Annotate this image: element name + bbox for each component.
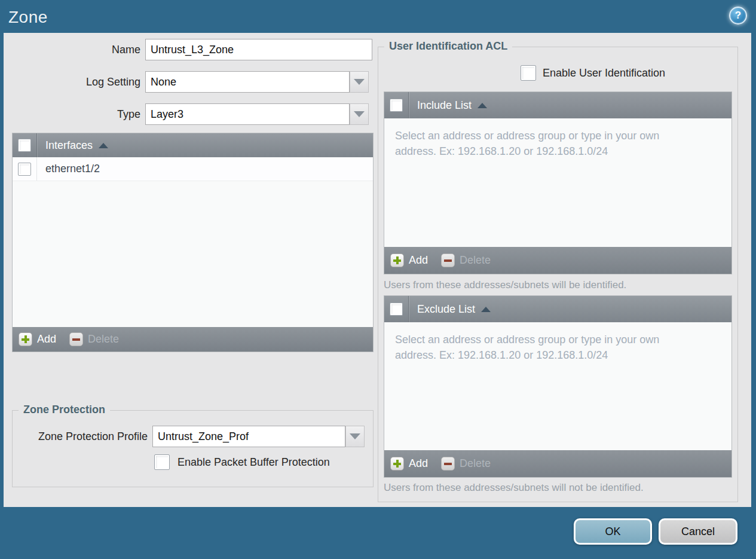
enable-user-identification-row: Enable User Identification: [521, 65, 665, 81]
minus-icon: [441, 253, 455, 267]
interfaces-toolbar: Add Delete: [13, 327, 373, 352]
exclude-list-placeholder: Select an address or address group or ty…: [384, 322, 725, 363]
include-list-table: Include List Select an address or addres…: [384, 91, 732, 274]
delete-button-label: Delete: [460, 457, 491, 470]
zone-protection-section: Zone Protection: [12, 410, 374, 487]
zone-protection-profile-label: Zone Protection Profile: [18, 426, 148, 447]
add-button-label: Add: [409, 457, 428, 470]
chevron-down-icon: [354, 111, 365, 117]
exclude-list-body[interactable]: Select an address or address group or ty…: [384, 322, 731, 450]
include-delete-button[interactable]: Delete: [441, 253, 491, 267]
packet-buffer-label: Enable Packet Buffer Protection: [177, 456, 330, 469]
include-list-caption: Users from these addresses/subnets will …: [384, 279, 626, 291]
interface-row[interactable]: ethernet1/2: [13, 157, 373, 181]
zone-protection-profile-dropdown-button[interactable]: [345, 426, 365, 447]
interfaces-column-header: Interfaces: [45, 139, 93, 152]
exclude-list-caption: Users from these addresses/subnets will …: [384, 482, 644, 494]
header-divider: [408, 92, 409, 118]
ok-button[interactable]: OK: [574, 518, 652, 545]
row-divider: [36, 157, 37, 181]
exclude-add-button[interactable]: Add: [390, 457, 428, 471]
sort-ascending-icon: [481, 307, 491, 312]
interface-row-checkbox[interactable]: [18, 163, 31, 176]
exclude-delete-button[interactable]: Delete: [441, 457, 491, 471]
interfaces-add-button[interactable]: Add: [19, 332, 56, 346]
cancel-button[interactable]: Cancel: [659, 518, 737, 545]
log-setting-dropdown-button[interactable]: [350, 71, 369, 93]
include-list-header[interactable]: Include List: [384, 92, 731, 118]
exclude-list-column-header: Exclude List: [417, 303, 475, 316]
delete-button-label: Delete: [88, 333, 119, 346]
help-glyph: ?: [735, 10, 741, 22]
interface-name: ethernet1/2: [45, 163, 100, 175]
include-list-toolbar: Add Delete: [384, 247, 731, 274]
enable-user-identification-checkbox[interactable]: [521, 65, 536, 81]
chevron-down-icon: [350, 433, 360, 439]
include-add-button[interactable]: Add: [390, 253, 428, 267]
log-setting-label: Log Setting: [4, 71, 140, 93]
user-identification-legend: User Identification ACL: [384, 40, 512, 53]
delete-button-label: Delete: [460, 254, 491, 267]
name-input[interactable]: [145, 39, 372, 60]
exclude-list-toolbar: Add Delete: [384, 450, 731, 477]
exclude-list-header[interactable]: Exclude List: [384, 296, 731, 322]
name-label: Name: [4, 39, 140, 60]
exclude-list-table: Exclude List Select an address or addres…: [384, 295, 732, 478]
dialog-body: Name Log Setting Type Interfaces etherne…: [4, 33, 751, 507]
packet-buffer-checkbox[interactable]: [154, 454, 170, 470]
interfaces-table: Interfaces ethernet1/2 Add Delete: [12, 133, 374, 352]
interfaces-select-all-checkbox[interactable]: [18, 139, 31, 152]
type-input[interactable]: [145, 103, 350, 125]
plus-icon: [19, 332, 32, 346]
plus-icon: [390, 457, 404, 471]
zone-protection-profile-input[interactable]: [152, 426, 345, 447]
chevron-down-icon: [354, 79, 365, 85]
include-list-body[interactable]: Select an address or address group or ty…: [384, 118, 731, 247]
type-label: Type: [4, 103, 140, 125]
add-button-label: Add: [37, 333, 56, 346]
header-divider: [36, 133, 37, 157]
exclude-select-all-checkbox[interactable]: [390, 303, 403, 316]
packet-buffer-row: Enable Packet Buffer Protection: [154, 454, 330, 470]
type-dropdown-button[interactable]: [350, 103, 369, 125]
add-button-label: Add: [409, 254, 428, 267]
plus-icon: [390, 253, 404, 267]
help-icon[interactable]: ?: [729, 7, 747, 25]
minus-icon: [69, 332, 83, 346]
interfaces-table-body: ethernet1/2: [13, 157, 373, 327]
include-list-column-header: Include List: [417, 99, 472, 112]
dialog-title: Zone: [8, 8, 48, 27]
zone-protection-legend: Zone Protection: [19, 404, 110, 416]
sort-ascending-icon: [99, 143, 108, 148]
include-list-placeholder: Select an address or address group or ty…: [384, 118, 725, 159]
interfaces-delete-button[interactable]: Delete: [69, 332, 119, 346]
sort-ascending-icon: [478, 103, 487, 108]
include-select-all-checkbox[interactable]: [390, 99, 403, 112]
enable-user-identification-label: Enable User Identification: [543, 67, 665, 80]
header-divider: [408, 296, 409, 322]
log-setting-input[interactable]: [145, 71, 350, 93]
interfaces-table-header[interactable]: Interfaces: [13, 133, 373, 157]
minus-icon: [441, 457, 455, 471]
